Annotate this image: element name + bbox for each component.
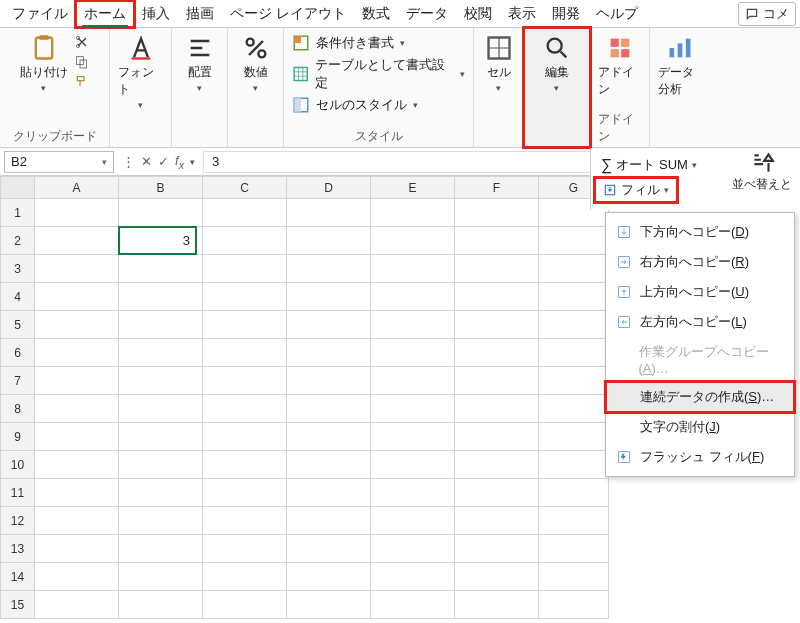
row-header[interactable]: 11 — [1, 479, 35, 507]
addin-icon — [606, 34, 634, 62]
font-icon — [127, 34, 155, 62]
fill-down-label: 下方向へコピー(D) — [640, 223, 749, 241]
row-header[interactable]: 4 — [1, 283, 35, 311]
row-header[interactable]: 6 — [1, 339, 35, 367]
menu-help[interactable]: ヘルプ — [588, 1, 646, 27]
fill-right-item[interactable]: 右方向へコピー(R) — [606, 247, 794, 277]
row-header[interactable]: 1 — [1, 199, 35, 227]
number-label: 数値 — [244, 64, 268, 81]
copy-icon[interactable] — [74, 54, 90, 70]
row-header[interactable]: 14 — [1, 563, 35, 591]
fill-menu: 下方向へコピー(D) 右方向へコピー(R) 上方向へコピー(U) 左方向へコピー… — [605, 212, 795, 477]
chevron-down-icon: ▾ — [496, 83, 501, 93]
clipboard-mini — [74, 34, 90, 90]
row-header[interactable]: 10 — [1, 451, 35, 479]
svg-rect-6 — [131, 57, 150, 59]
sort-label: 並べ替えと — [732, 176, 792, 193]
format-as-table-button[interactable]: テーブルとして書式設定 ▾ — [292, 56, 465, 92]
cell-b2[interactable]: 3 — [119, 227, 203, 255]
fill-up-item[interactable]: 上方向へコピー(U) — [606, 277, 794, 307]
fill-flash-item[interactable]: フラッシュ フィル(F) — [606, 442, 794, 472]
col-header-e[interactable]: E — [371, 177, 455, 199]
fill-series-item[interactable]: 連続データの作成(S)… — [606, 382, 794, 412]
select-all-corner[interactable] — [1, 177, 35, 199]
clipboard-group-label: クリップボード — [13, 124, 97, 145]
addin-label: アドイン — [598, 64, 641, 98]
menu-home[interactable]: ホーム — [76, 1, 134, 27]
addin-button[interactable]: アドイン — [598, 34, 641, 98]
row-header[interactable]: 13 — [1, 535, 35, 563]
data-analysis-button[interactable]: データ分析 — [658, 34, 702, 98]
chevron-down-icon: ▾ — [400, 38, 405, 48]
conditional-format-button[interactable]: 条件付き書式 ▾ — [292, 34, 465, 52]
menu-view[interactable]: 表示 — [500, 1, 544, 27]
table-icon — [292, 65, 309, 83]
arrow-up-icon — [616, 284, 632, 300]
sort-filter-button[interactable]: 並べ替えと — [732, 150, 792, 193]
col-header-a[interactable]: A — [35, 177, 119, 199]
menu-insert[interactable]: 挿入 — [134, 1, 178, 27]
fill-button[interactable]: フィル ▾ — [595, 178, 677, 202]
row-header[interactable]: 2 — [1, 227, 35, 255]
col-header-b[interactable]: B — [119, 177, 203, 199]
menu-draw[interactable]: 描画 — [178, 1, 222, 27]
font-button[interactable]: フォント ▾ — [118, 34, 163, 110]
group-font: フォント ▾ — [110, 28, 172, 147]
svg-rect-18 — [610, 49, 618, 57]
cell-button[interactable]: セル ▾ — [485, 34, 513, 93]
chevron-down-icon: ▾ — [413, 100, 418, 110]
chart-icon — [666, 34, 694, 62]
row-header[interactable]: 5 — [1, 311, 35, 339]
paste-button[interactable]: 貼り付け ▾ — [20, 34, 68, 93]
group-styles: 条件付き書式 ▾ テーブルとして書式設定 ▾ セルのスタイル ▾ スタイル — [284, 28, 474, 147]
row-header[interactable]: 3 — [1, 255, 35, 283]
svg-rect-10 — [294, 36, 301, 43]
comment-button[interactable]: コメ — [738, 2, 796, 26]
fx-icon[interactable]: fx — [175, 153, 184, 171]
cancel-icon[interactable]: ✕ — [141, 154, 152, 169]
edit-find-button[interactable]: 編集 ▾ — [543, 34, 571, 93]
svg-point-15 — [547, 39, 561, 53]
formula-dropdown-icon[interactable]: ⋮ — [122, 154, 135, 169]
format-painter-icon[interactable] — [74, 74, 90, 90]
sort-icon — [749, 150, 775, 176]
svg-rect-16 — [610, 39, 618, 47]
row-header[interactable]: 7 — [1, 367, 35, 395]
align-button[interactable]: 配置 ▾ — [186, 34, 214, 93]
menu-formulas[interactable]: 数式 — [354, 1, 398, 27]
fill-down-item[interactable]: 下方向へコピー(D) — [606, 217, 794, 247]
fill-justify-item[interactable]: 文字の割付(J) — [606, 412, 794, 442]
row-header[interactable]: 9 — [1, 423, 35, 451]
paste-icon — [30, 34, 58, 62]
name-box[interactable]: B2 ▾ — [4, 151, 114, 173]
menu-data[interactable]: データ — [398, 1, 456, 27]
cell-styles-button[interactable]: セルのスタイル ▾ — [292, 96, 465, 114]
menu-developer[interactable]: 開発 — [544, 1, 588, 27]
align-label: 配置 — [188, 64, 212, 81]
menu-file[interactable]: ファイル — [4, 1, 76, 27]
row-header[interactable]: 15 — [1, 591, 35, 619]
group-align: 配置 ▾ — [172, 28, 228, 147]
chevron-down-icon: ▾ — [102, 157, 107, 167]
col-header-f[interactable]: F — [455, 177, 539, 199]
row-header[interactable]: 8 — [1, 395, 35, 423]
col-header-c[interactable]: C — [203, 177, 287, 199]
chevron-down-icon: ▾ — [460, 69, 465, 79]
chevron-down-icon[interactable]: ▾ — [190, 157, 195, 167]
fill-up-label: 上方向へコピー(U) — [640, 283, 749, 301]
cut-icon[interactable] — [74, 34, 90, 50]
svg-rect-11 — [294, 67, 307, 80]
enter-icon[interactable]: ✓ — [158, 154, 169, 169]
search-icon — [543, 34, 571, 62]
svg-rect-19 — [621, 49, 629, 57]
menubar: ファイル ホーム 挿入 描画 ページ レイアウト 数式 データ 校閲 表示 開発… — [0, 0, 800, 28]
col-header-d[interactable]: D — [287, 177, 371, 199]
fill-left-item[interactable]: 左方向へコピー(L) — [606, 307, 794, 337]
percent-icon — [242, 34, 270, 62]
fill-across-label: 作業グループへコピー(A)… — [639, 343, 784, 376]
row-header[interactable]: 12 — [1, 507, 35, 535]
menu-review[interactable]: 校閲 — [456, 1, 500, 27]
number-button[interactable]: 数値 ▾ — [242, 34, 270, 93]
menu-page-layout[interactable]: ページ レイアウト — [222, 1, 354, 27]
autosum-label: オート SUM — [616, 156, 688, 174]
